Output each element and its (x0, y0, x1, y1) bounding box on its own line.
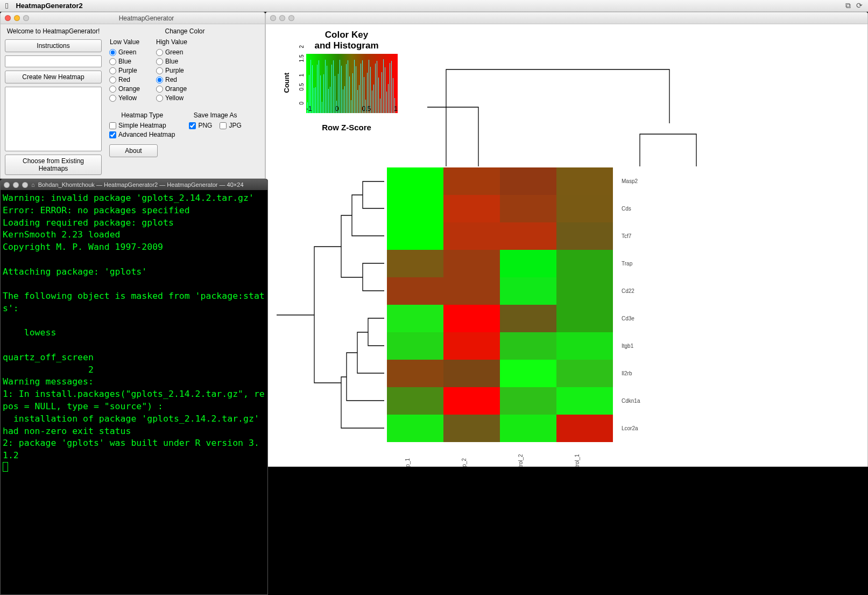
zoom-icon[interactable] (288, 15, 294, 21)
window-title: HeatmapGenerator (32, 15, 260, 22)
low-green-radio[interactable]: Green (109, 48, 140, 56)
heatmap-cell (387, 360, 443, 387)
column-dendrogram (427, 53, 729, 166)
heatmap-cell (556, 277, 613, 305)
low-blue-radio[interactable]: Blue (109, 58, 140, 65)
mac-menubar:  HeatmapGenerator2 ⧉ ⟳ (0, 0, 868, 12)
heatmap-cell (387, 305, 443, 332)
terminal-output[interactable]: Warning: invalid package 'gplots_2.14.2.… (1, 190, 267, 478)
plot-window: Color Key and Histogram Count 0 0.5 1 1.… (265, 12, 868, 467)
cursor-icon (3, 462, 8, 472)
high-value-label: High Value (156, 38, 187, 46)
apple-logo-icon:  (5, 1, 8, 10)
row-label: Trap (618, 250, 678, 277)
heatmap-cell (556, 195, 613, 222)
color-key-ylabel: Count (283, 73, 291, 93)
color-key-yticks: 0 0.5 1 1.5 2 (298, 41, 306, 104)
home-icon: ⌂ (31, 181, 35, 188)
heatmap-cell (556, 222, 613, 250)
heatmap-cell (387, 250, 443, 277)
heatmap-cell (443, 167, 500, 195)
plot-titlebar (266, 12, 867, 24)
heatmap-listbox[interactable] (5, 87, 102, 151)
low-red-radio[interactable]: Red (109, 76, 140, 83)
minimize-icon[interactable] (13, 182, 19, 188)
about-button[interactable]: About (109, 144, 158, 157)
heatmap-cell (500, 222, 556, 250)
high-purple-radio[interactable]: Purple (156, 67, 187, 74)
menubar-app-name: HeatmapGenerator2 (16, 2, 82, 10)
heatmap-cell (443, 222, 500, 250)
close-icon[interactable] (4, 182, 10, 188)
minimize-icon[interactable] (279, 15, 285, 21)
heatmap-cell (556, 360, 613, 387)
filename-input[interactable] (5, 55, 102, 67)
simple-heatmap-check[interactable]: Simple Heatmap (109, 122, 175, 129)
close-icon[interactable] (270, 15, 276, 21)
heatmap-cell (500, 167, 556, 195)
row-label: Cds (618, 195, 678, 222)
row-label: Itgb1 (618, 332, 678, 360)
heatmap-cell (387, 195, 443, 222)
heatmap-grid (387, 167, 613, 442)
zoom-icon[interactable] (22, 182, 28, 188)
heatmap-cell (500, 387, 556, 415)
heatmap-type-label: Heatmap Type (109, 111, 175, 119)
row-label: Cdkn1a (618, 387, 678, 415)
heatmap-cell (556, 167, 613, 195)
row-label: Il2rb (618, 360, 678, 387)
color-key-xticks: -1 0 0.5 1 (306, 105, 398, 113)
close-icon[interactable] (5, 15, 11, 21)
low-value-label: Low Value (109, 38, 140, 46)
heatmap-cell (500, 277, 556, 305)
heatmap-cell (500, 195, 556, 222)
heatmap-cell (443, 387, 500, 415)
heatmap-cell (387, 277, 443, 305)
low-purple-radio[interactable]: Purple (109, 67, 140, 74)
welcome-text: Welcome to HeatmapGenerator! (5, 27, 102, 35)
heatmap-cell (443, 250, 500, 277)
heatmap-cell (500, 332, 556, 360)
high-orange-radio[interactable]: Orange (156, 85, 187, 93)
save-image-group: Save Image As PNG JPG (189, 111, 241, 157)
png-check[interactable]: PNG (189, 122, 212, 129)
high-blue-radio[interactable]: Blue (156, 58, 187, 65)
heatmap-cell (387, 222, 443, 250)
heatmap-cell (556, 250, 613, 277)
advanced-heatmap-check[interactable]: Advanced Heatmap (109, 131, 175, 138)
heatmap-cell (387, 167, 443, 195)
heatmap-generator-window: HeatmapGenerator Welcome to HeatmapGener… (0, 12, 265, 179)
background-fill (265, 467, 868, 595)
color-key-gradient (306, 54, 398, 113)
instructions-button[interactable]: Instructions (5, 39, 102, 52)
heatmap-cell (556, 305, 613, 332)
fullscreen-icon[interactable]: ⧉ (845, 1, 851, 10)
heatmap-cell (387, 332, 443, 360)
sync-icon[interactable]: ⟳ (856, 1, 863, 10)
row-labels: Masp2CdsTcf7TrapCd22Cd3eItgb1Il2rbCdkn1a… (618, 167, 678, 442)
high-red-radio[interactable]: Red (156, 76, 187, 83)
heatmap-cell (500, 360, 556, 387)
heatmap-cell (387, 387, 443, 415)
minimize-icon[interactable] (14, 15, 20, 21)
heatmap-type-group: Heatmap Type Simple Heatmap Advanced Hea… (109, 111, 175, 157)
low-orange-radio[interactable]: Orange (109, 85, 140, 93)
high-value-radio-group: High Value Green Blue Purple Red Orange … (156, 38, 187, 102)
high-yellow-radio[interactable]: Yellow (156, 94, 187, 102)
low-yellow-radio[interactable]: Yellow (109, 94, 140, 102)
color-key-panel: Color Key and Histogram Count 0 0.5 1 1.… (287, 30, 406, 143)
heatmap-cell (443, 305, 500, 332)
heatmap-cell (500, 305, 556, 332)
high-green-radio[interactable]: Green (156, 48, 187, 56)
jpg-check[interactable]: JPG (220, 122, 241, 129)
heatmap-cell (556, 387, 613, 415)
heatmap-cell (443, 195, 500, 222)
row-label: Cd22 (618, 277, 678, 305)
row-label: Masp2 (618, 167, 678, 195)
row-label: Cd3e (618, 305, 678, 332)
create-heatmap-button[interactable]: Create New Heatmap (5, 71, 102, 83)
heatmap-cell (443, 332, 500, 360)
choose-existing-button[interactable]: Choose from Existing Heatmaps (5, 155, 102, 175)
low-value-radio-group: Low Value Green Blue Purple Red Orange Y… (109, 38, 140, 102)
zoom-icon[interactable] (23, 15, 29, 21)
